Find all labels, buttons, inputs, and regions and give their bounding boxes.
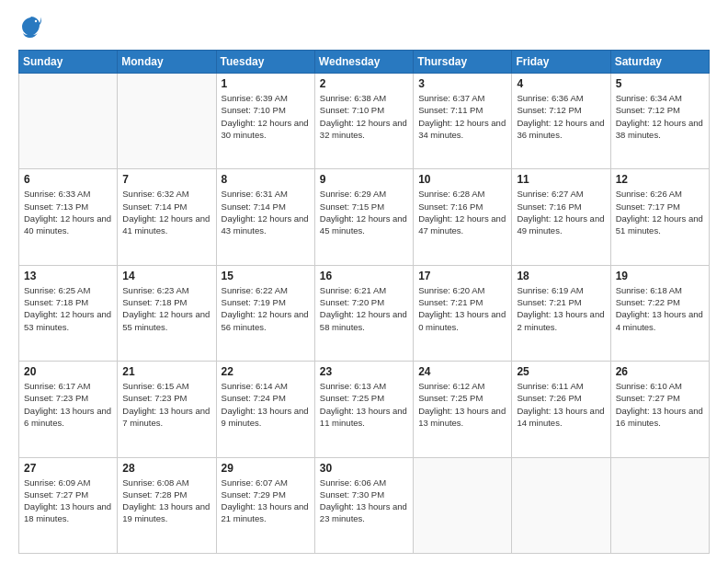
day-info: Sunrise: 6:32 AM Sunset: 7:14 PM Dayligh…: [122, 188, 210, 236]
day-number: 2: [320, 77, 408, 90]
calendar-cell: 17Sunrise: 6:20 AM Sunset: 7:21 PM Dayli…: [414, 265, 512, 361]
calendar-header-row: SundayMondayTuesdayWednesdayThursdayFrid…: [19, 51, 710, 74]
calendar-cell: 7Sunrise: 6:32 AM Sunset: 7:14 PM Daylig…: [118, 169, 216, 265]
day-info: Sunrise: 6:14 AM Sunset: 7:24 PM Dayligh…: [222, 380, 310, 429]
day-number: 9: [320, 173, 408, 186]
header: [18, 15, 710, 40]
col-header-friday: Friday: [512, 51, 610, 74]
day-number: 30: [320, 462, 408, 475]
calendar-week-row: 27Sunrise: 6:09 AM Sunset: 7:27 PM Dayli…: [19, 457, 710, 553]
day-info: Sunrise: 6:19 AM Sunset: 7:21 PM Dayligh…: [517, 284, 605, 333]
day-number: 8: [222, 173, 310, 186]
day-number: 14: [122, 270, 210, 282]
calendar-cell: 23Sunrise: 6:13 AM Sunset: 7:25 PM Dayli…: [314, 362, 413, 457]
day-info: Sunrise: 6:21 AM Sunset: 7:20 PM Dayligh…: [320, 284, 408, 333]
day-info: Sunrise: 6:22 AM Sunset: 7:19 PM Dayligh…: [222, 284, 310, 333]
day-info: Sunrise: 6:28 AM Sunset: 7:16 PM Dayligh…: [418, 188, 506, 236]
calendar-cell: 8Sunrise: 6:31 AM Sunset: 7:14 PM Daylig…: [216, 169, 314, 265]
col-header-wednesday: Wednesday: [314, 51, 413, 74]
calendar-cell: 19Sunrise: 6:18 AM Sunset: 7:22 PM Dayli…: [610, 265, 709, 361]
calendar-cell: 9Sunrise: 6:29 AM Sunset: 7:15 PM Daylig…: [314, 169, 413, 265]
col-header-tuesday: Tuesday: [216, 51, 314, 74]
calendar-cell: 18Sunrise: 6:19 AM Sunset: 7:21 PM Dayli…: [512, 265, 610, 361]
day-number: 26: [616, 365, 704, 378]
calendar-cell: 1Sunrise: 6:39 AM Sunset: 7:10 PM Daylig…: [216, 74, 314, 169]
calendar-cell: 27Sunrise: 6:09 AM Sunset: 7:27 PM Dayli…: [19, 457, 118, 553]
day-info: Sunrise: 6:31 AM Sunset: 7:14 PM Dayligh…: [222, 188, 310, 236]
calendar-cell: 5Sunrise: 6:34 AM Sunset: 7:12 PM Daylig…: [610, 74, 709, 169]
day-number: 18: [517, 270, 605, 282]
day-number: 17: [418, 270, 506, 282]
day-number: 21: [122, 365, 210, 378]
col-header-sunday: Sunday: [19, 51, 118, 74]
day-number: 20: [24, 365, 112, 378]
calendar-week-row: 13Sunrise: 6:25 AM Sunset: 7:18 PM Dayli…: [19, 265, 710, 361]
day-info: Sunrise: 6:12 AM Sunset: 7:25 PM Dayligh…: [418, 380, 506, 429]
col-header-thursday: Thursday: [414, 51, 512, 74]
day-number: 19: [616, 270, 704, 282]
logo: [18, 15, 42, 40]
day-number: 1: [222, 77, 310, 90]
calendar-cell: 2Sunrise: 6:38 AM Sunset: 7:10 PM Daylig…: [314, 74, 413, 169]
calendar-cell: 14Sunrise: 6:23 AM Sunset: 7:18 PM Dayli…: [118, 265, 216, 361]
calendar-cell: 3Sunrise: 6:37 AM Sunset: 7:11 PM Daylig…: [414, 74, 512, 169]
day-number: 4: [517, 77, 605, 90]
day-number: 6: [24, 173, 112, 186]
calendar-cell: [414, 457, 512, 553]
day-info: Sunrise: 6:09 AM Sunset: 7:27 PM Dayligh…: [24, 477, 112, 525]
day-info: Sunrise: 6:39 AM Sunset: 7:10 PM Dayligh…: [222, 92, 310, 141]
calendar-cell: 22Sunrise: 6:14 AM Sunset: 7:24 PM Dayli…: [216, 362, 314, 457]
calendar-cell: 30Sunrise: 6:06 AM Sunset: 7:30 PM Dayli…: [314, 457, 413, 553]
day-number: 11: [517, 173, 605, 186]
day-number: 3: [418, 77, 506, 90]
calendar-cell: 29Sunrise: 6:07 AM Sunset: 7:29 PM Dayli…: [216, 457, 314, 553]
svg-point-0: [35, 20, 37, 22]
day-info: Sunrise: 6:17 AM Sunset: 7:23 PM Dayligh…: [24, 380, 112, 429]
day-info: Sunrise: 6:37 AM Sunset: 7:11 PM Dayligh…: [418, 92, 506, 141]
day-info: Sunrise: 6:25 AM Sunset: 7:18 PM Dayligh…: [24, 284, 112, 333]
calendar-table: SundayMondayTuesdayWednesdayThursdayFrid…: [18, 50, 710, 554]
calendar-cell: 15Sunrise: 6:22 AM Sunset: 7:19 PM Dayli…: [216, 265, 314, 361]
day-number: 29: [222, 462, 310, 475]
day-info: Sunrise: 6:34 AM Sunset: 7:12 PM Dayligh…: [616, 92, 704, 141]
calendar-cell: 21Sunrise: 6:15 AM Sunset: 7:23 PM Dayli…: [118, 362, 216, 457]
day-info: Sunrise: 6:33 AM Sunset: 7:13 PM Dayligh…: [24, 188, 112, 236]
page: SundayMondayTuesdayWednesdayThursdayFrid…: [0, 0, 728, 563]
calendar-week-row: 20Sunrise: 6:17 AM Sunset: 7:23 PM Dayli…: [19, 362, 710, 457]
day-number: 15: [222, 270, 310, 282]
day-number: 7: [122, 173, 210, 186]
calendar-cell: 24Sunrise: 6:12 AM Sunset: 7:25 PM Dayli…: [414, 362, 512, 457]
calendar-cell: 11Sunrise: 6:27 AM Sunset: 7:16 PM Dayli…: [512, 169, 610, 265]
calendar-week-row: 6Sunrise: 6:33 AM Sunset: 7:13 PM Daylig…: [19, 169, 710, 265]
day-number: 10: [418, 173, 506, 186]
calendar-cell: 6Sunrise: 6:33 AM Sunset: 7:13 PM Daylig…: [19, 169, 118, 265]
calendar-cell: [512, 457, 610, 553]
day-number: 24: [418, 365, 506, 378]
calendar-cell: 25Sunrise: 6:11 AM Sunset: 7:26 PM Dayli…: [512, 362, 610, 457]
day-number: 28: [122, 462, 210, 475]
calendar-cell: 28Sunrise: 6:08 AM Sunset: 7:28 PM Dayli…: [118, 457, 216, 553]
day-number: 13: [24, 270, 112, 282]
calendar-cell: 20Sunrise: 6:17 AM Sunset: 7:23 PM Dayli…: [19, 362, 118, 457]
day-info: Sunrise: 6:38 AM Sunset: 7:10 PM Dayligh…: [320, 92, 408, 141]
day-info: Sunrise: 6:13 AM Sunset: 7:25 PM Dayligh…: [320, 380, 408, 429]
day-info: Sunrise: 6:20 AM Sunset: 7:21 PM Dayligh…: [418, 284, 506, 333]
day-info: Sunrise: 6:06 AM Sunset: 7:30 PM Dayligh…: [320, 477, 408, 525]
day-number: 23: [320, 365, 408, 378]
day-number: 12: [616, 173, 704, 186]
day-number: 5: [616, 77, 704, 90]
calendar-cell: 26Sunrise: 6:10 AM Sunset: 7:27 PM Dayli…: [610, 362, 709, 457]
calendar-cell: 13Sunrise: 6:25 AM Sunset: 7:18 PM Dayli…: [19, 265, 118, 361]
calendar-week-row: 1Sunrise: 6:39 AM Sunset: 7:10 PM Daylig…: [19, 74, 710, 169]
day-number: 16: [320, 270, 408, 282]
day-number: 25: [517, 365, 605, 378]
calendar-cell: 12Sunrise: 6:26 AM Sunset: 7:17 PM Dayli…: [610, 169, 709, 265]
day-info: Sunrise: 6:08 AM Sunset: 7:28 PM Dayligh…: [122, 477, 210, 525]
day-info: Sunrise: 6:29 AM Sunset: 7:15 PM Dayligh…: [320, 188, 408, 236]
col-header-monday: Monday: [118, 51, 216, 74]
day-info: Sunrise: 6:10 AM Sunset: 7:27 PM Dayligh…: [616, 380, 704, 429]
col-header-saturday: Saturday: [610, 51, 709, 74]
day-info: Sunrise: 6:18 AM Sunset: 7:22 PM Dayligh…: [616, 284, 704, 333]
calendar-cell: [19, 74, 118, 169]
calendar-cell: [610, 457, 709, 553]
